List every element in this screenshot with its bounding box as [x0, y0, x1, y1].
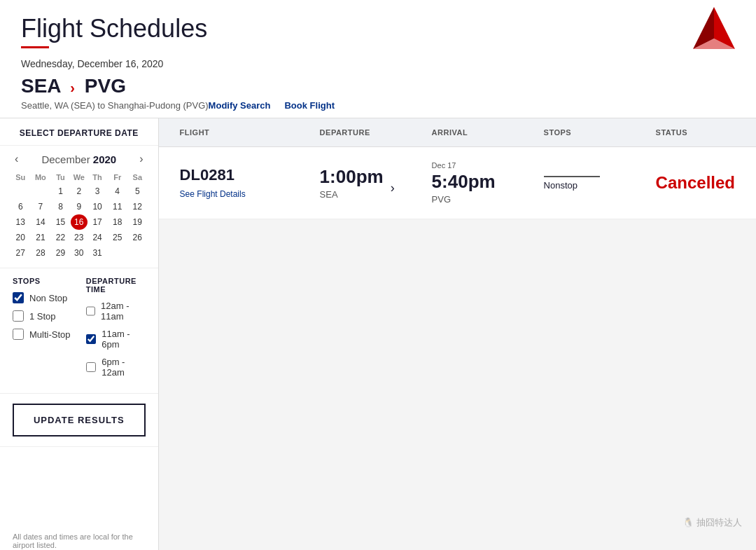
cal-day[interactable]: 18	[107, 214, 127, 230]
main-content: SELECT DEPARTURE DATE ‹ December 2020 › …	[0, 118, 756, 550]
cal-day[interactable]: 23	[71, 230, 88, 245]
route-line: SEA › PVG	[21, 75, 335, 97]
results-panel: FLIGHT DEPARTURE ARRIVAL STOPS STATUS DL…	[159, 118, 756, 550]
cal-day[interactable]: 11	[107, 199, 127, 214]
cal-day[interactable]: 25	[107, 230, 127, 245]
cal-day[interactable]: 1	[50, 184, 71, 199]
flight-number: DL0281	[180, 166, 320, 184]
page-title: Flight Schedules	[21, 14, 335, 43]
time-filter-item-0[interactable]: 12am - 11am	[86, 301, 146, 322]
route-arrow: ›	[70, 80, 75, 95]
title-underline	[21, 46, 49, 48]
stops-filter: STOPS Non Stop1 StopMulti-Stop	[13, 277, 72, 385]
cal-day[interactable]: 30	[71, 245, 88, 261]
time-filter: DEPARTURE TIME 12am - 11am11am - 6pm6pm …	[86, 277, 146, 385]
cal-day	[31, 184, 51, 199]
cal-day[interactable]: 4	[107, 184, 127, 199]
cal-day	[127, 245, 148, 261]
time-label-0: 12am - 11am	[101, 301, 146, 322]
col-header-status: STATUS	[656, 128, 735, 137]
cal-day[interactable]: 28	[31, 245, 51, 261]
cal-day[interactable]: 20	[10, 230, 31, 245]
col-header-departure: DEPARTURE	[320, 128, 432, 137]
time-label-2: 6pm - 12am	[102, 357, 145, 378]
stop-filter-item-1[interactable]: 1 Stop	[13, 310, 72, 322]
arrival-time: 5:40pm	[432, 171, 544, 193]
col-header-stops: STOPS	[544, 128, 656, 137]
cal-day[interactable]: 27	[10, 245, 31, 261]
cal-day	[10, 184, 31, 199]
cal-day[interactable]: 6	[10, 199, 31, 214]
status-cell: Cancelled	[656, 173, 735, 193]
cal-day[interactable]: 26	[127, 230, 148, 245]
prev-month-button[interactable]: ‹	[10, 153, 22, 165]
origin-code: SEA	[21, 75, 61, 97]
cal-day-header: Su	[10, 171, 31, 184]
sidebar: SELECT DEPARTURE DATE ‹ December 2020 › …	[0, 118, 159, 550]
stops-filter-title: STOPS	[13, 277, 72, 285]
book-flight-link[interactable]: Book Flight	[284, 100, 335, 111]
sub-route: Seattle, WA (SEA) to Shanghai-Pudong (PV…	[21, 100, 335, 111]
time-filter-item-2[interactable]: 6pm - 12am	[86, 357, 146, 378]
stop-checkbox-1[interactable]	[13, 310, 24, 322]
delta-logo	[693, 7, 735, 56]
calendar-month: December 2020	[22, 153, 135, 165]
cal-day[interactable]: 24	[88, 230, 108, 245]
cal-day[interactable]: 31	[88, 245, 108, 261]
time-checkbox-2[interactable]	[86, 362, 96, 373]
status-value: Cancelled	[656, 173, 735, 193]
next-month-button[interactable]: ›	[135, 153, 147, 165]
time-filter-item-1[interactable]: 11am - 6pm	[86, 329, 146, 350]
cal-day[interactable]: 3	[88, 184, 108, 199]
stops-block: Nonstop	[544, 176, 656, 191]
cal-day[interactable]: 17	[88, 214, 108, 230]
cal-day[interactable]: 10	[88, 199, 108, 214]
cal-day-header: Tu	[50, 171, 71, 184]
cal-day[interactable]: 29	[50, 245, 71, 261]
stop-label-2: Multi-Stop	[29, 329, 71, 340]
cal-day[interactable]: 2	[71, 184, 88, 199]
results-header: FLIGHT DEPARTURE ARRIVAL STOPS STATUS	[159, 118, 756, 147]
departure-cell: 1:00pm SEA ›	[320, 166, 432, 200]
action-links: Modify Search Book Flight	[209, 100, 335, 111]
cal-day-header: Fr	[107, 171, 127, 184]
cal-day[interactable]: 8	[50, 199, 71, 214]
sidebar-section-title: SELECT DEPARTURE DATE	[0, 118, 158, 146]
col-header-arrival: ARRIVAL	[432, 128, 544, 137]
time-filter-title: DEPARTURE TIME	[86, 277, 146, 294]
departure-time: 1:00pm	[320, 166, 384, 188]
cal-day-header: Mo	[31, 171, 51, 184]
arrival-time-block: Dec 17 5:40pm PVG	[432, 161, 544, 205]
cal-day[interactable]: 13	[10, 214, 31, 230]
stop-filter-item-2[interactable]: Multi-Stop	[13, 329, 72, 340]
cal-day[interactable]: 15	[50, 214, 71, 230]
stops-line	[544, 176, 600, 177]
cal-day[interactable]: 9	[71, 199, 88, 214]
stop-checkbox-0[interactable]	[13, 292, 24, 303]
arrival-date: Dec 17	[432, 161, 544, 170]
cal-day[interactable]: 5	[127, 184, 148, 199]
cal-day[interactable]: 22	[50, 230, 71, 245]
cal-day-header: Th	[88, 171, 108, 184]
cal-day[interactable]: 7	[31, 199, 51, 214]
calendar-grid: SuMoTuWeThFrSa 1234567891011121314151617…	[10, 171, 148, 261]
modify-search-link[interactable]: Modify Search	[209, 100, 271, 111]
stop-filter-item-0[interactable]: Non Stop	[13, 292, 72, 303]
stops-cell: Nonstop	[544, 176, 656, 191]
stops-label: Nonstop	[544, 180, 578, 191]
time-checkbox-0[interactable]	[86, 305, 95, 317]
cal-day[interactable]: 14	[31, 214, 51, 230]
route-detail: Seattle, WA (SEA) to Shanghai-Pudong (PV…	[21, 100, 209, 111]
flight-details-link[interactable]: See Flight Details	[180, 189, 246, 199]
cal-day[interactable]: 12	[127, 199, 148, 214]
update-results-button[interactable]: UPDATE RESULTS	[13, 404, 146, 436]
time-checkbox-1[interactable]	[86, 334, 96, 345]
cal-day[interactable]: 19	[127, 214, 148, 230]
departure-time-block: 1:00pm SEA	[320, 166, 384, 200]
stop-checkbox-2[interactable]	[13, 329, 24, 340]
cal-day[interactable]: 21	[31, 230, 51, 245]
flight-row: DL0281 See Flight Details 1:00pm SEA › D…	[159, 147, 756, 219]
cal-day-header: Sa	[127, 171, 148, 184]
cal-day[interactable]: 16	[71, 214, 88, 230]
time-label-1: 11am - 6pm	[102, 329, 145, 350]
